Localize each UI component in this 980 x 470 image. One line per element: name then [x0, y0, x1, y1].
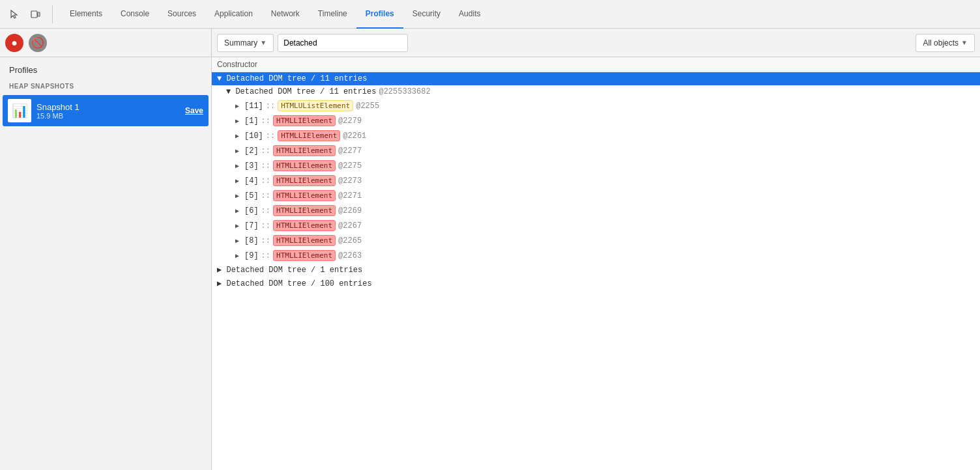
table-row[interactable]: ▶ [4] :: HTMLLIElement @2273 [212, 173, 980, 188]
expand-icon[interactable]: ▶ [235, 222, 244, 230]
badge: HTMLLIElement [273, 160, 336, 171]
expand-icon[interactable]: ▶ [235, 147, 244, 155]
snapshot-info: Snapshot 1 15.9 MB [36, 102, 185, 120]
tree-row-collapsed-1[interactable]: ▶ Detached DOM tree / 1 entries [212, 263, 980, 277]
table-row[interactable]: ▶ [6] :: HTMLLIElement @2269 [212, 203, 980, 218]
snapshot-name: Snapshot 1 [36, 102, 185, 112]
collapsed-label-1: ▶ Detached DOM tree / 1 entries [217, 265, 362, 275]
top-nav-bar: Elements Console Sources Application Net… [0, 0, 980, 29]
tree-area[interactable]: ▼ Detached DOM tree / 11 entries ▼ Detac… [212, 72, 980, 470]
badge: HTMLLIElement [273, 145, 336, 156]
allobjects-label: All objects [923, 38, 958, 48]
badge: HTMLLIElement [273, 220, 336, 231]
expand-icon[interactable]: ▶ [235, 252, 244, 260]
table-row[interactable]: ▶ [9] :: HTMLLIElement @2263 [212, 248, 980, 263]
tab-security[interactable]: Security [403, 0, 450, 29]
main-layout: ● 🚫 Profiles HEAP SNAPSHOTS 📊 Snapshot 1… [0, 29, 980, 470]
tab-profiles[interactable]: Profiles [356, 0, 403, 29]
constructor-header: Constructor [212, 57, 980, 72]
tree-row-root-child[interactable]: ▼ Detached DOM tree / 11 entries @225533… [212, 85, 980, 98]
snapshot-save-button[interactable]: Save [185, 106, 203, 115]
table-row[interactable]: ▶ [11] :: HTMLUListElement @2255 [212, 98, 980, 113]
item-addr: @2273 [338, 176, 362, 186]
summary-arrow-icon: ▼ [260, 39, 267, 46]
item-addr: @2265 [338, 236, 362, 245]
expand-icon[interactable]: ▶ [235, 192, 244, 200]
badge: HTMLLIElement [273, 175, 336, 186]
content-area: Summary ▼ All objects ▼ Constructor ▼ De… [212, 29, 980, 470]
cursor-icon[interactable] [5, 5, 23, 23]
expand-icon[interactable]: ▶ [235, 102, 244, 110]
item-addr: @2263 [338, 251, 362, 260]
tab-audits[interactable]: Audits [450, 0, 489, 29]
table-row[interactable]: ▶ [2] :: HTMLLIElement @2277 [212, 143, 980, 158]
tab-application[interactable]: Application [205, 0, 262, 29]
nav-tabs: Elements Console Sources Application Net… [61, 0, 489, 28]
tab-elements[interactable]: Elements [61, 0, 111, 29]
table-row[interactable]: ▶ [7] :: HTMLLIElement @2267 [212, 218, 980, 233]
expand-icon[interactable]: ▶ [235, 162, 244, 170]
item-addr: @2267 [338, 221, 362, 230]
svg-rect-0 [31, 11, 37, 18]
snapshot-size: 15.9 MB [36, 112, 185, 120]
tab-network[interactable]: Network [262, 0, 309, 29]
allobjects-dropdown[interactable]: All objects ▼ [915, 34, 975, 52]
badge: HTMLLIElement [273, 250, 336, 261]
collapsed-label-2: ▶ Detached DOM tree / 100 entries [217, 279, 372, 288]
badge: HTMLLIElement [273, 115, 336, 126]
item-addr: @2277 [338, 146, 362, 156]
badge: HTMLLIElement [273, 205, 336, 216]
sidebar-toolbar: ● 🚫 [0, 29, 211, 57]
tab-timeline[interactable]: Timeline [309, 0, 356, 29]
tree-row-root-selected[interactable]: ▼ Detached DOM tree / 11 entries [212, 72, 980, 85]
sidebar-title: Profiles [0, 57, 211, 79]
table-row[interactable]: ▶ [5] :: HTMLLIElement @2271 [212, 188, 980, 203]
badge: HTMLLIElement [278, 130, 340, 141]
expand-icon[interactable]: ▶ [235, 207, 244, 215]
table-row[interactable]: ▶ [10] :: HTMLLIElement @2261 [212, 128, 980, 143]
tree-row-collapsed-2[interactable]: ▶ Detached DOM tree / 100 entries [212, 277, 980, 290]
expand-icon[interactable]: ▶ [235, 117, 244, 125]
root-child-label: ▼ Detached DOM tree / 11 entries [226, 87, 376, 96]
expand-icon[interactable]: ▶ [235, 132, 244, 140]
root-child-addr: @2255333682 [379, 87, 430, 96]
summary-label: Summary [224, 38, 257, 48]
filter-input[interactable] [278, 34, 408, 52]
table-row[interactable]: ▶ [8] :: HTMLLIElement @2265 [212, 233, 980, 248]
item-addr: @2271 [338, 191, 362, 200]
badge: HTMLLIElement [273, 190, 336, 201]
expand-icon[interactable]: ▶ [235, 177, 244, 185]
svg-rect-1 [38, 12, 40, 16]
item-addr: @2275 [338, 161, 362, 171]
snapshot-icon: 📊 [8, 99, 31, 122]
snapshot-item[interactable]: 📊 Snapshot 1 15.9 MB Save [3, 95, 209, 126]
item-addr: @2261 [343, 131, 366, 141]
item-addr: @2269 [338, 206, 362, 215]
item-addr: @2255 [356, 102, 379, 111]
sidebar: ● 🚫 Profiles HEAP SNAPSHOTS 📊 Snapshot 1… [0, 29, 212, 470]
badge: HTMLLIElement [273, 235, 336, 246]
clear-button[interactable]: 🚫 [29, 34, 47, 52]
root-selected-label: ▼ Detached DOM tree / 11 entries [217, 74, 367, 83]
item-addr: @2279 [338, 117, 362, 126]
tab-console[interactable]: Console [111, 0, 158, 29]
allobjects-arrow-icon: ▼ [961, 39, 968, 46]
record-button[interactable]: ● [5, 34, 23, 52]
expand-icon[interactable]: ▶ [235, 237, 244, 245]
tab-sources[interactable]: Sources [158, 0, 205, 29]
badge: HTMLUListElement [278, 100, 353, 111]
table-row[interactable]: ▶ [1] :: HTMLLIElement @2279 [212, 113, 980, 128]
sidebar-section-title: HEAP SNAPSHOTS [0, 79, 211, 94]
devtools-icons [5, 5, 53, 23]
content-toolbar: Summary ▼ All objects ▼ [212, 29, 980, 57]
device-icon[interactable] [26, 5, 44, 23]
summary-dropdown[interactable]: Summary ▼ [217, 34, 274, 52]
table-row[interactable]: ▶ [3] :: HTMLLIElement @2275 [212, 158, 980, 173]
